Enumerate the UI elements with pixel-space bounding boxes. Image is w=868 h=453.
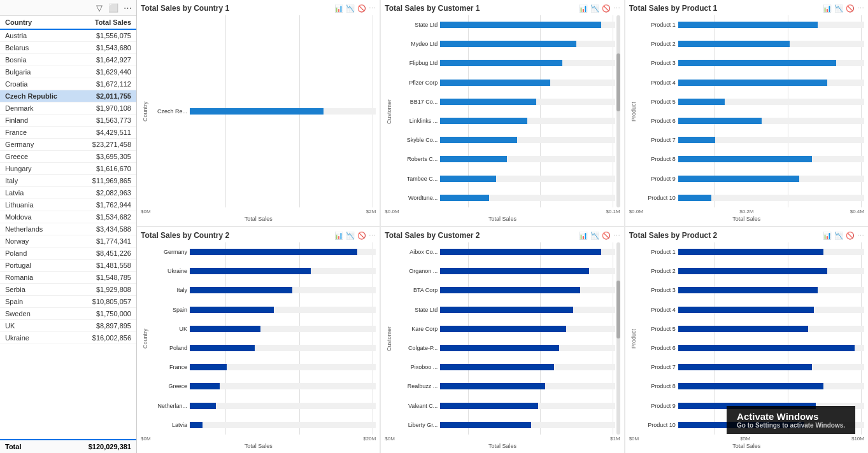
table-row[interactable]: UK$8,897,895 bbox=[0, 320, 136, 332]
bar-track bbox=[678, 176, 864, 182]
table-row[interactable]: Sweden$1,750,000 bbox=[0, 308, 136, 320]
bar-label: Product 6 bbox=[641, 345, 676, 351]
bar-track bbox=[440, 137, 615, 143]
chart-icon-block[interactable]: 🚫 bbox=[357, 232, 366, 240]
x-axis-tick: $0M bbox=[629, 436, 639, 442]
chart-icon-bar[interactable]: 📊 bbox=[579, 4, 588, 13]
bar-row: Product 6 bbox=[641, 343, 864, 353]
bar-label: Product 5 bbox=[641, 326, 676, 332]
table-row[interactable]: Austria$1,556,075 bbox=[0, 30, 136, 42]
table-row[interactable]: Lithuania$1,762,944 bbox=[0, 199, 136, 211]
row-country: Moldova bbox=[5, 213, 80, 221]
chart-icon-bar[interactable]: 📊 bbox=[579, 232, 588, 240]
bar-track bbox=[190, 326, 376, 332]
table-row[interactable]: Ukraine$16,002,856 bbox=[0, 332, 136, 344]
x-axis-label: Total Sales bbox=[141, 216, 376, 222]
bar-label: Greece bbox=[152, 383, 187, 389]
chart-icon-bar2[interactable]: 📉 bbox=[590, 4, 599, 13]
bar-track bbox=[440, 345, 615, 351]
chart-icon-more[interactable]: ⋯ bbox=[369, 4, 376, 13]
chart-icon-more[interactable]: ⋯ bbox=[369, 232, 376, 240]
chart-icon-bar2[interactable]: 📉 bbox=[834, 232, 843, 240]
bar-row: Product 1 bbox=[641, 20, 864, 30]
chart-icon-more[interactable]: ⋯ bbox=[613, 232, 620, 240]
bar-fill bbox=[440, 307, 573, 313]
table-row[interactable]: Greece$3,695,305 bbox=[0, 151, 136, 163]
table-row[interactable]: Netherlands$3,434,588 bbox=[0, 223, 136, 235]
bar-row: Flipbug Ltd bbox=[396, 58, 615, 68]
bar-label: Aibox Co... bbox=[396, 249, 438, 255]
bar-fill bbox=[678, 268, 827, 274]
bars-area: Product 1Product 2Product 3Product 4Prod… bbox=[638, 242, 864, 435]
chart-icon-block[interactable]: 🚫 bbox=[357, 4, 366, 13]
table-row[interactable]: Italy$11,969,865 bbox=[0, 175, 136, 187]
chart-icon-more[interactable]: ⋯ bbox=[613, 4, 620, 13]
expand-icon[interactable]: ⬜ bbox=[108, 3, 118, 13]
scrollbar-thumb[interactable] bbox=[616, 281, 620, 338]
chart-icon-bar2[interactable]: 📉 bbox=[834, 4, 843, 13]
table-row[interactable]: France$4,429,511 bbox=[0, 127, 136, 139]
scrollbar-track[interactable] bbox=[616, 15, 620, 207]
bar-row: Tambee C... bbox=[396, 174, 615, 184]
table-footer: Total $120,029,381 bbox=[0, 439, 136, 453]
chart-icon-more[interactable]: ⋯ bbox=[857, 232, 864, 240]
row-sales: $1,548,785 bbox=[80, 274, 131, 281]
bar-label: Product 7 bbox=[641, 364, 676, 370]
table-row[interactable]: Latvia$2,082,963 bbox=[0, 187, 136, 199]
bar-fill bbox=[440, 60, 562, 66]
chart-icon-block[interactable]: 🚫 bbox=[602, 4, 611, 13]
chart-icon-bar[interactable]: 📊 bbox=[334, 4, 343, 13]
table-row[interactable]: Germany$23,271,458 bbox=[0, 139, 136, 151]
chart-icon-bar[interactable]: 📊 bbox=[823, 232, 832, 240]
table-row[interactable]: Portugal$1,481,558 bbox=[0, 260, 136, 272]
row-sales: $1,481,558 bbox=[80, 261, 131, 269]
table-row[interactable]: Bosnia$1,642,927 bbox=[0, 54, 136, 66]
chart-icon-bar2[interactable]: 📉 bbox=[346, 4, 355, 13]
bar-chart-inner: CountryGermanyUkraineItalySpainUKPolandF… bbox=[141, 242, 376, 435]
chart-icon-bar2[interactable]: 📉 bbox=[346, 232, 355, 240]
bar-fill bbox=[678, 60, 836, 66]
chart-icon-bar[interactable]: 📊 bbox=[334, 232, 343, 240]
bar-chart-inner: CustomerState LtdMydeo LtdFlipbug LtdPfi… bbox=[385, 15, 620, 207]
row-country: Portugal bbox=[5, 261, 80, 269]
chart-icon-bar[interactable]: 📊 bbox=[823, 4, 832, 13]
chart-icon-more[interactable]: ⋯ bbox=[857, 4, 864, 13]
table-row[interactable]: Norway$1,774,341 bbox=[0, 235, 136, 247]
bar-fill bbox=[190, 383, 220, 389]
bar-label: State Ltd bbox=[396, 22, 438, 28]
table-row[interactable]: Moldova$1,534,682 bbox=[0, 211, 136, 223]
x-axis-label: Total Sales bbox=[385, 216, 620, 222]
table-body[interactable]: Austria$1,556,075Belarus$1,543,680Bosnia… bbox=[0, 30, 136, 439]
table-row[interactable]: Finland$1,563,773 bbox=[0, 115, 136, 127]
chart-icon-block[interactable]: 🚫 bbox=[846, 4, 855, 13]
chart-icon-block[interactable]: 🚫 bbox=[602, 232, 611, 240]
bar-row: Product 3 bbox=[641, 58, 864, 68]
more-icon[interactable]: ⋯ bbox=[122, 3, 132, 13]
bar-fill bbox=[190, 422, 203, 428]
table-row[interactable]: Czech Republic$2,011,755 bbox=[0, 90, 136, 102]
table-row[interactable]: Belarus$1,543,680 bbox=[0, 42, 136, 54]
row-sales: $16,002,856 bbox=[80, 334, 131, 342]
chart-icon-block[interactable]: 🚫 bbox=[846, 232, 855, 240]
x-axis-label: Total Sales bbox=[385, 443, 620, 449]
bar-track bbox=[678, 403, 864, 409]
table-row[interactable]: Croatia$1,672,112 bbox=[0, 78, 136, 90]
scrollbar-thumb[interactable] bbox=[616, 53, 620, 111]
bar-row: Wordtune... bbox=[396, 193, 615, 203]
table-row[interactable]: Spain$10,805,057 bbox=[0, 296, 136, 308]
scrollbar-track[interactable] bbox=[616, 242, 620, 435]
bar-track bbox=[440, 268, 615, 274]
table-row[interactable]: Poland$8,451,226 bbox=[0, 247, 136, 260]
bar-fill bbox=[678, 345, 855, 351]
table-row[interactable]: Serbia$1,929,808 bbox=[0, 284, 136, 296]
table-row[interactable]: Hungary$1,616,670 bbox=[0, 163, 136, 175]
row-country: Denmark bbox=[5, 104, 80, 112]
filter-icon[interactable]: ▽ bbox=[94, 3, 104, 13]
chart-header: Total Sales by Country 2 📊 📉 🚫 ⋯ bbox=[141, 231, 376, 240]
bar-fill bbox=[190, 287, 292, 293]
table-row[interactable]: Denmark$1,970,108 bbox=[0, 102, 136, 115]
table-row[interactable]: Romania$1,548,785 bbox=[0, 272, 136, 284]
chart-icon-bar2[interactable]: 📉 bbox=[590, 232, 599, 240]
table-row[interactable]: Bulgaria$1,629,440 bbox=[0, 66, 136, 78]
chart-customer2: Total Sales by Customer 2 📊 📉 🚫 ⋯ Custom… bbox=[381, 227, 623, 453]
